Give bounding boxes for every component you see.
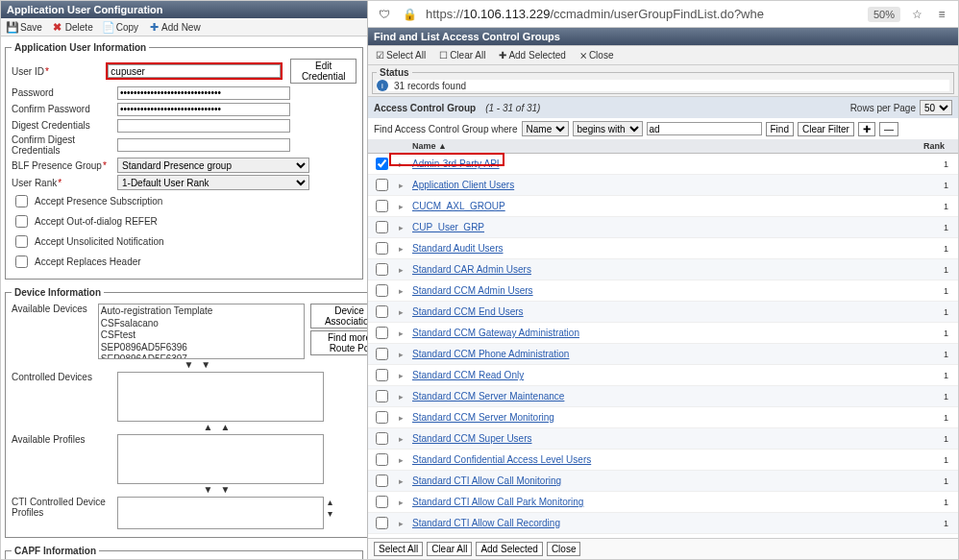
group-link[interactable]: Standard CCM Server Maintenance (412, 391, 564, 402)
confirm-digest-input[interactable] (117, 138, 290, 152)
device-association-button[interactable]: Device Association (310, 304, 367, 329)
table-row[interactable]: ▸Standard CTI Allow Call Park Monitoring… (368, 492, 958, 513)
filter-operator-select[interactable]: begins with (573, 121, 643, 136)
expand-icon[interactable]: ▸ (395, 450, 408, 471)
row-checkbox[interactable] (376, 369, 388, 381)
row-checkbox[interactable] (376, 179, 388, 191)
unsolicited-checkbox[interactable] (15, 235, 28, 248)
available-device-item[interactable]: SEP0896AD5F6396 (101, 342, 302, 354)
add-filter-button[interactable]: ✚ (858, 122, 875, 136)
available-devices-list[interactable]: Auto-registration TemplateCSFsalacanoCSF… (98, 304, 305, 359)
row-checkbox[interactable] (376, 242, 388, 255)
group-link[interactable]: Admin-3rd Party API (412, 158, 500, 169)
group-link[interactable]: Application Client Users (412, 180, 514, 190)
row-checkbox[interactable] (376, 284, 388, 297)
shield-icon[interactable]: 🛡 (376, 6, 393, 23)
group-link[interactable]: Standard CCM Admin Users (412, 285, 533, 296)
delete-button[interactable]: ✖Delete (50, 20, 95, 34)
group-link[interactable]: Standard Confidential Access Level Users (412, 454, 591, 465)
digest-input[interactable] (117, 119, 290, 133)
group-link[interactable]: Standard CCM End Users (412, 306, 524, 317)
filter-value-input[interactable] (647, 122, 762, 135)
group-link[interactable]: Standard CCM Super Users (412, 433, 532, 444)
rank-select[interactable]: 1-Default User Rank (117, 175, 309, 190)
row-checkbox[interactable] (376, 305, 388, 318)
table-row[interactable]: ▸Standard CCM End Users1 (368, 302, 958, 323)
row-checkbox[interactable] (376, 221, 388, 233)
confirm-password-input[interactable] (117, 103, 290, 116)
expand-icon[interactable]: ▸ (395, 154, 408, 175)
group-link[interactable]: Standard Audit Users (412, 243, 504, 254)
expand-icon[interactable]: ▸ (395, 302, 408, 323)
row-checkbox[interactable] (376, 411, 388, 424)
move-arrows[interactable]: ▼▼ (98, 359, 305, 370)
group-link[interactable]: Standard CCM Server Monitoring (412, 412, 554, 423)
filter-field-select[interactable]: Name (522, 121, 569, 136)
zoom-badge[interactable]: 50% (868, 7, 900, 22)
group-link[interactable]: Standard CCM Gateway Administration (412, 328, 579, 338)
footer-close-button[interactable]: Close (547, 542, 581, 556)
controlled-devices-list[interactable] (117, 372, 324, 422)
group-link[interactable]: CUCM_AXL_GROUP (412, 201, 505, 211)
expand-icon[interactable]: ▸ (395, 407, 408, 428)
table-row[interactable]: ▸Standard CCM Gateway Administration1 (368, 323, 958, 344)
row-checkbox[interactable] (376, 475, 388, 487)
addnew-button[interactable]: ✚Add New (146, 20, 203, 34)
footer-addselected-button[interactable]: Add Selected (476, 542, 543, 556)
expand-icon[interactable]: ▸ (395, 217, 408, 238)
blf-select[interactable]: Standard Presence group (117, 158, 309, 173)
expand-icon[interactable]: ▸ (395, 471, 408, 492)
row-checkbox[interactable] (376, 327, 388, 339)
expand-icon[interactable]: ▸ (395, 323, 408, 344)
find-route-button[interactable]: Find more Route Po (310, 330, 367, 355)
rows-per-page-select[interactable]: 50 (920, 100, 952, 115)
row-checkbox[interactable] (376, 390, 388, 402)
expand-icon[interactable]: ▸ (395, 386, 408, 407)
password-input[interactable] (117, 86, 290, 100)
clear-filter-button[interactable]: Clear Filter (798, 122, 854, 136)
edit-credential-button[interactable]: Edit Credential (290, 59, 357, 84)
table-row[interactable]: ▸Standard CCM Super Users1 (368, 428, 958, 450)
expand-icon[interactable]: ▸ (395, 492, 408, 513)
table-row[interactable]: ▸Standard Audit Users1 (368, 238, 958, 259)
table-row[interactable]: ▸Standard CCM Phone Administration1 (368, 344, 958, 365)
group-link[interactable]: Standard CTI Allow Call Monitoring (412, 475, 561, 486)
row-checkbox[interactable] (376, 158, 388, 170)
addselected-button[interactable]: ✚ Add Selected (497, 49, 568, 61)
table-row[interactable]: ▸Standard CCM Server Maintenance1 (368, 386, 958, 407)
row-checkbox[interactable] (376, 453, 388, 466)
down-icon[interactable]: ▾ (328, 508, 332, 519)
menu-icon[interactable]: ≡ (933, 6, 950, 23)
table-row[interactable]: ▸Standard CAR Admin Users1 (368, 259, 958, 280)
group-link[interactable]: Standard CCM Phone Administration (412, 349, 569, 359)
expand-icon[interactable]: ▸ (395, 280, 408, 302)
table-row[interactable]: ▸Standard CTI Allow Call Monitoring1 (368, 471, 958, 492)
expand-icon[interactable]: ▸ (395, 344, 408, 365)
group-link[interactable]: CUP_User_GRP (412, 222, 484, 232)
expand-icon[interactable]: ▸ (395, 259, 408, 280)
available-device-item[interactable]: CSFsalacano (101, 318, 302, 330)
table-row[interactable]: ▸CUCM_AXL_GROUP1 (368, 196, 958, 217)
group-link[interactable]: Standard CTI Allow Call Recording (412, 518, 560, 528)
group-link[interactable]: Standard CTI Allow Call Park Monitoring (412, 497, 583, 507)
clearall-button[interactable]: ☐ Clear All (437, 49, 487, 61)
replaces-checkbox[interactable] (15, 256, 28, 268)
expand-icon[interactable]: ▸ (395, 513, 408, 534)
available-device-item[interactable]: CSFtest (101, 329, 302, 342)
remove-filter-button[interactable]: — (879, 122, 898, 136)
bookmark-star-icon[interactable]: ☆ (908, 6, 925, 23)
up-icon[interactable]: ▴ (328, 497, 332, 507)
table-row[interactable]: ▸CUP_User_GRP1 (368, 217, 958, 238)
col-name[interactable]: Name ▲ (408, 139, 920, 154)
row-checkbox[interactable] (376, 432, 388, 445)
table-row[interactable]: ▸Admin-3rd Party API1 (368, 154, 958, 175)
address-url[interactable]: https://10.106.113.229/ccmadmin/userGrou… (426, 7, 860, 21)
expand-icon[interactable]: ▸ (395, 175, 408, 196)
row-checkbox[interactable] (376, 348, 388, 360)
expand-icon[interactable]: ▸ (395, 196, 408, 217)
accept-ood-checkbox[interactable] (15, 215, 28, 228)
expand-icon[interactable]: ▸ (395, 428, 408, 450)
close-button[interactable]: ⨯ Close (578, 49, 616, 61)
table-row[interactable]: ▸Standard CCM Server Monitoring1 (368, 407, 958, 428)
available-device-item[interactable]: Auto-registration Template (101, 305, 302, 318)
